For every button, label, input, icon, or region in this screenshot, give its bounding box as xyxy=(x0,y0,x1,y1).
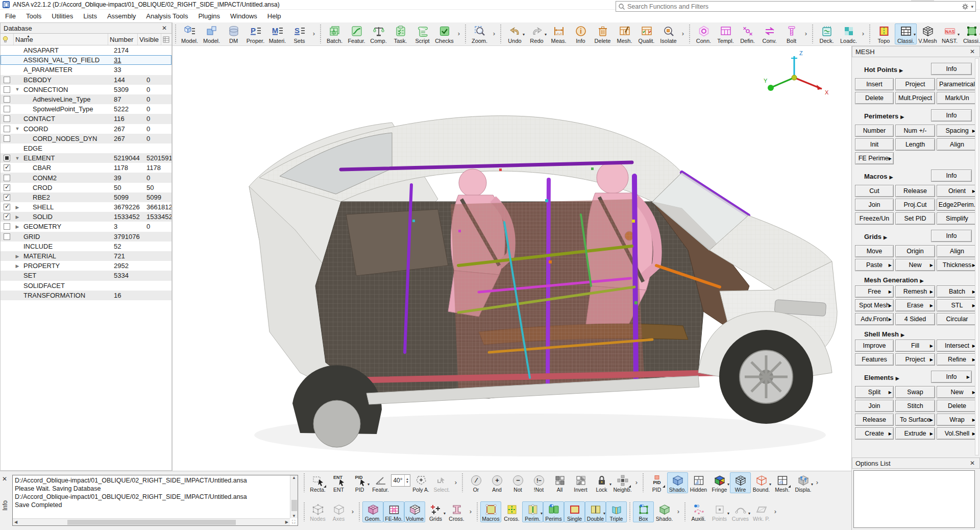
log-tab-label[interactable]: Info xyxy=(2,500,9,511)
init-button[interactable]: Init xyxy=(855,138,894,151)
task-button[interactable]: Task. xyxy=(389,23,411,44)
mult-project-button[interactable]: Mult.Project xyxy=(895,92,935,104)
intersect-button[interactable]: Intersect▶ xyxy=(937,340,977,352)
wrap-button[interactable]: Wrap▶ xyxy=(937,414,977,426)
lock-button[interactable]: Lock▾ xyxy=(591,472,612,493)
cross-button[interactable]: Cross. xyxy=(501,501,522,522)
tree-row-cbar[interactable]: CBAR11781178 xyxy=(1,163,172,173)
displa-button[interactable]: Displa.▾ xyxy=(793,472,814,493)
expand-icon[interactable]: ▶ xyxy=(13,254,21,259)
bound-button[interactable]: Bound.▾ xyxy=(751,472,772,493)
delete-button[interactable]: Delete xyxy=(592,23,614,44)
visibility-checkbox[interactable] xyxy=(4,164,10,171)
scroll-up-icon[interactable]: ▲ xyxy=(292,475,296,480)
volume-button[interactable]: Volume xyxy=(404,501,425,522)
tree-row-coord[interactable]: ▼COORD2670 xyxy=(1,124,172,134)
tree-row-material[interactable]: ▶MATERIAL721 xyxy=(1,251,172,261)
orient-button[interactable]: Orient▶ xyxy=(937,185,977,197)
dropdown-arrow-icon[interactable]: ▾ xyxy=(914,32,916,37)
visibility-checkbox[interactable] xyxy=(4,204,10,210)
overflow-chevron-icon[interactable]: › xyxy=(455,26,462,41)
project-button[interactable]: Project▶ xyxy=(895,353,935,366)
tree-row-cord-nodes-dyn[interactable]: CORD_NODES_DYN2670 xyxy=(1,134,172,143)
dropdown-arrow-icon[interactable]: ▾ xyxy=(769,482,771,487)
or-button[interactable]: ∕Or xyxy=(465,472,486,493)
toolbar-group-handle[interactable] xyxy=(689,24,691,43)
toolbar-group-handle[interactable] xyxy=(461,473,464,492)
dropdown-arrow-icon[interactable]: ▾ xyxy=(748,511,750,516)
comp-button[interactable]: Comp. xyxy=(368,23,389,44)
macros-button[interactable]: Macros xyxy=(480,501,501,522)
tree-row-include[interactable]: INCLUDE52 xyxy=(1,242,172,251)
to-surface-button[interactable]: To Surface▶ xyxy=(895,414,935,426)
grids-button[interactable]: Grids▾ xyxy=(425,501,446,522)
tree-row-assign-val-to-field[interactable]: ASSIGN_VAL_TO_FIELD31 xyxy=(1,55,172,65)
delete-button[interactable]: Delete xyxy=(937,400,977,412)
visibility-checkbox[interactable] xyxy=(4,77,10,83)
grids-info-button[interactable]: Info xyxy=(931,230,972,242)
dropdown-arrow-icon[interactable]: ▾ xyxy=(609,482,611,487)
axes-button[interactable]: Axes xyxy=(328,501,349,522)
options-list-close-icon[interactable]: ✕ xyxy=(968,460,976,467)
spot-mesh-button[interactable]: Spot Mesh▶ xyxy=(855,299,894,311)
script-button[interactable]: Script xyxy=(411,23,433,44)
stl-button[interactable]: STL▶ xyxy=(937,299,977,311)
classi-button[interactable]: Classi.▾ xyxy=(895,23,917,44)
options-list-box[interactable] xyxy=(853,470,975,528)
toolbar-group-handle[interactable] xyxy=(303,502,306,521)
spacing-button[interactable]: Spacing▶ xyxy=(937,125,977,137)
menu-utilities[interactable]: Utilities xyxy=(46,10,78,22)
dropdown-arrow-icon[interactable]: ▾ xyxy=(603,511,605,516)
expand-icon[interactable]: ▶ xyxy=(13,214,21,220)
dropdown-arrow-icon[interactable]: ▾ xyxy=(727,482,729,487)
visibility-column-header[interactable] xyxy=(1,34,14,45)
parametrical-button[interactable]: Parametrical xyxy=(937,78,977,90)
move-button[interactable]: Move xyxy=(855,245,894,257)
points-button[interactable]: Points▾ xyxy=(709,501,730,522)
neighb-button[interactable]: Neighb. xyxy=(612,472,633,493)
toolbar-group-handle[interactable] xyxy=(684,502,687,521)
dropdown-arrow-icon[interactable]: ▾ xyxy=(811,482,813,487)
tree-row-a-parameter[interactable]: A_PARAMETER33 xyxy=(1,65,172,75)
tree-row-spotweldpoint-type[interactable]: SpotweldPoint_Type52220 xyxy=(1,104,172,114)
visibility-checkbox[interactable] xyxy=(4,135,10,142)
adv-front-button[interactable]: Adv.Front▶ xyxy=(855,313,894,325)
4-sided-button[interactable]: 4 Sided xyxy=(895,313,935,325)
loadc-button[interactable]: Loadc. xyxy=(838,23,860,44)
overflow-chevron-icon[interactable]: › xyxy=(310,26,317,41)
visible-column-header[interactable]: Visible xyxy=(138,34,161,45)
all-button[interactable]: All xyxy=(549,472,570,493)
expand-icon[interactable]: ▶ xyxy=(13,205,21,210)
tree-row-solidfacet[interactable]: SOLIDFACET xyxy=(1,281,172,291)
gear-icon[interactable] xyxy=(962,3,969,10)
visibility-checkbox[interactable] xyxy=(4,175,10,181)
featur-button[interactable]: Featur. xyxy=(370,472,391,493)
spinner-steppers[interactable]: ▲▼ xyxy=(404,475,410,486)
align-button[interactable]: Align xyxy=(937,245,977,257)
visibility-checkbox[interactable] xyxy=(4,155,10,161)
bolt-button[interactable]: Bolt xyxy=(780,23,802,44)
features-button[interactable]: Features xyxy=(855,353,894,366)
zoom-button[interactable]: Zoom. xyxy=(469,23,491,44)
menu-windows[interactable]: Windows xyxy=(225,10,262,22)
overflow-chevron-icon[interactable]: › xyxy=(633,474,640,490)
mesh-button[interactable]: Mesh. xyxy=(614,23,635,44)
mesh-button[interactable]: Mesh. xyxy=(772,472,793,493)
toolbar-group-handle[interactable] xyxy=(812,24,814,43)
expand-collapse-icon[interactable]: ▼ xyxy=(13,87,21,92)
chevron-down-icon[interactable]: ▾ xyxy=(971,4,973,9)
auxili-button[interactable]: Auxili. xyxy=(688,501,709,522)
log-output[interactable]: D:/Accord_Oblique-impact/01_OBLIQUE/02_R… xyxy=(12,475,298,526)
hot-points-info-button[interactable]: Info xyxy=(931,63,972,75)
macros-info-button[interactable]: Info xyxy=(931,170,972,182)
geom-button[interactable]: Geom. xyxy=(362,501,383,522)
not-button[interactable]: −Not xyxy=(507,472,528,493)
menu-assembly[interactable]: Assembly xyxy=(102,10,141,22)
tree-row-crod[interactable]: CROD5050 xyxy=(1,183,172,192)
overflow-chevron-icon[interactable]: › xyxy=(452,474,459,490)
stitch-button[interactable]: Stitch xyxy=(895,400,935,412)
visibility-checkbox[interactable] xyxy=(4,223,10,230)
visibility-checkbox[interactable] xyxy=(4,126,10,132)
dm-button[interactable]: DM xyxy=(223,23,244,44)
log-resize-grip[interactable]: ⛶ xyxy=(290,518,298,525)
